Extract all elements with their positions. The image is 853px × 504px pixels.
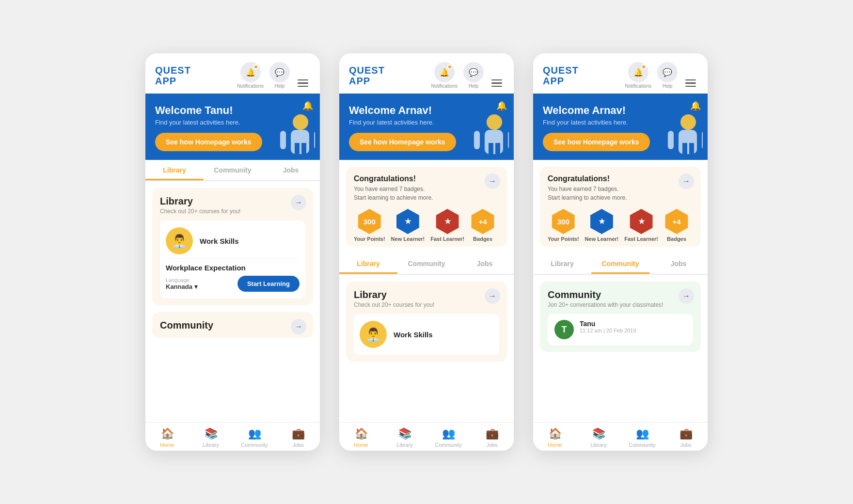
svg-point-0: [293, 114, 308, 130]
svg-point-6: [487, 114, 502, 130]
community-arrow-3[interactable]: →: [679, 288, 694, 304]
svg-rect-4: [280, 131, 286, 149]
course-card-1: 👨‍💼 Work Skills Workplace Expectation La…: [160, 220, 305, 299]
nav-jobs-label-1: Jobs: [292, 442, 303, 448]
nav-jobs-1[interactable]: 💼 Jobs: [276, 427, 320, 448]
badge-label-fastlearner-3: Fast Learner!: [624, 236, 658, 242]
help-icon-circle-1[interactable]: 💬: [269, 62, 290, 82]
nav-community-2[interactable]: 👥 Community: [426, 427, 470, 448]
notifications-icon-circle-2[interactable]: 🔔: [434, 62, 455, 82]
tab-library-3[interactable]: Library: [533, 253, 591, 274]
community-icon-2: 👥: [442, 427, 455, 440]
svg-rect-16: [668, 131, 674, 149]
nav-library-2[interactable]: 📚 Library: [383, 427, 426, 448]
hamburger-menu-3[interactable]: [683, 78, 698, 89]
hamburger-menu-1[interactable]: [296, 78, 310, 89]
badge-hex-more-3: +4: [664, 209, 689, 234]
lang-label-1: Language: [166, 277, 198, 283]
phone-screen-2: QUEST APP 🔔 Notifications 💬 Help: [339, 53, 514, 451]
bell-icon-1: 🔔: [246, 68, 255, 77]
tab-library-2[interactable]: Library: [339, 253, 397, 274]
tab-jobs-3[interactable]: Jobs: [649, 253, 708, 274]
nav-community-3[interactable]: 👥 Community: [620, 427, 664, 448]
notifications-label-2: Notifications: [431, 83, 458, 89]
congrats-arrow-2[interactable]: →: [485, 173, 500, 189]
lang-group-1: Language Kannada ▾: [166, 277, 198, 290]
badge-hex-newlearner-2: ★: [395, 209, 420, 234]
library-arrow-1[interactable]: →: [291, 195, 306, 210]
badge-hex-points-3: 300: [551, 209, 576, 234]
svg-rect-17: [702, 131, 703, 149]
help-icon-circle-2[interactable]: 💬: [463, 62, 484, 82]
nav-jobs-3[interactable]: 💼 Jobs: [664, 427, 708, 448]
notifications-wrap-2[interactable]: 🔔 Notifications: [431, 62, 458, 89]
badge-hex-more-2: +4: [470, 209, 495, 234]
hamburger-menu-2[interactable]: [490, 78, 504, 89]
svg-rect-5: [314, 131, 315, 149]
tab-library-1[interactable]: Library: [145, 160, 204, 180]
course-icon-2: 👨‍💼: [360, 321, 387, 348]
nav-home-3[interactable]: 🏠 Home: [533, 427, 577, 448]
course-icon-1: 👨‍💼: [166, 227, 193, 254]
hamburger-line2-1: [491, 79, 502, 81]
alert-icon-3: 🔔: [690, 100, 701, 111]
logo-line2-1: APP: [155, 76, 191, 86]
library-arrow-2[interactable]: →: [485, 288, 500, 304]
app-header-1: QUEST APP 🔔 Notifications 💬 Help: [145, 53, 320, 94]
nav-home-label-2: Home: [354, 442, 368, 448]
help-wrap-3[interactable]: 💬 Help: [657, 62, 678, 89]
logo-line2-2: APP: [349, 76, 385, 86]
tab-community-3[interactable]: Community: [591, 253, 649, 274]
badge-label-points-3: Your Points!: [548, 236, 579, 242]
notifications-wrap-1[interactable]: 🔔 Notifications: [237, 62, 264, 89]
nav-library-label-1: Library: [203, 442, 219, 448]
community-partial-card-1: Community →: [152, 312, 313, 338]
library-title-1: Library: [160, 196, 305, 207]
banner-button-3[interactable]: See how Homepage works: [543, 133, 650, 151]
notifications-wrap-3[interactable]: 🔔 Notifications: [625, 62, 651, 89]
person-illustration-2: [470, 111, 509, 160]
nav-home-1[interactable]: 🏠 Home: [145, 427, 189, 448]
community-title-3: Community: [548, 289, 693, 300]
content-section-2: Library Check out 20+ courses for you! →…: [339, 275, 514, 368]
banner-button-1[interactable]: See how Homepage works: [155, 133, 262, 151]
help-icon-circle-3[interactable]: 💬: [657, 62, 678, 82]
badge-label-newlearner-2: New Learner!: [391, 236, 425, 242]
avatar-tanu-3: T ✔: [554, 320, 574, 339]
svg-rect-10: [474, 131, 480, 149]
badge-label-points-2: Your Points!: [354, 236, 385, 242]
nav-community-label-2: Community: [435, 442, 462, 448]
nav-library-1[interactable]: 📚 Library: [189, 427, 233, 448]
jobs-icon-1: 💼: [292, 427, 305, 440]
tab-community-1[interactable]: Community: [204, 160, 262, 180]
congrats-sub-3: You have earned 7 badges.Start learning …: [548, 185, 693, 202]
app-logo-2: QUEST APP: [349, 65, 385, 86]
tabs-2: Library Community Jobs: [339, 253, 514, 275]
notifications-icon-circle-3[interactable]: 🔔: [628, 62, 648, 82]
nav-library-3[interactable]: 📚 Library: [577, 427, 620, 448]
logo-line1-3: QUEST: [543, 65, 579, 76]
nav-jobs-2[interactable]: 💼 Jobs: [470, 427, 514, 448]
tab-community-2[interactable]: Community: [397, 253, 456, 274]
chat-time-3: 11:12 am | 20 Feb 2019: [580, 328, 636, 333]
help-wrap-2[interactable]: 💬 Help: [463, 62, 484, 89]
tab-jobs-1[interactable]: Jobs: [262, 160, 320, 180]
tabs-3: Library Community Jobs: [533, 253, 708, 275]
community-partial-arrow-1[interactable]: →: [291, 319, 306, 334]
tab-jobs-2[interactable]: Jobs: [456, 253, 514, 274]
congrats-arrow-3[interactable]: →: [679, 173, 694, 189]
library-title-2: Library: [354, 289, 499, 300]
nav-jobs-label-2: Jobs: [486, 442, 497, 448]
nav-community-1[interactable]: 👥 Community: [233, 427, 276, 448]
lang-select-1[interactable]: Kannada ▾: [166, 283, 198, 290]
banner-button-2[interactable]: See how Homepage works: [349, 133, 456, 151]
congrats-title-3: Congratulations!: [548, 174, 693, 183]
person-illustration-1: [276, 111, 315, 160]
start-learning-btn-1[interactable]: Start Learning: [237, 276, 300, 292]
notifications-label-3: Notifications: [625, 83, 651, 89]
svg-rect-2: [295, 143, 300, 158]
nav-home-2[interactable]: 🏠 Home: [339, 427, 383, 448]
notifications-icon-circle-1[interactable]: 🔔: [240, 62, 261, 82]
svg-rect-8: [489, 143, 493, 158]
help-wrap-1[interactable]: 💬 Help: [269, 62, 290, 89]
